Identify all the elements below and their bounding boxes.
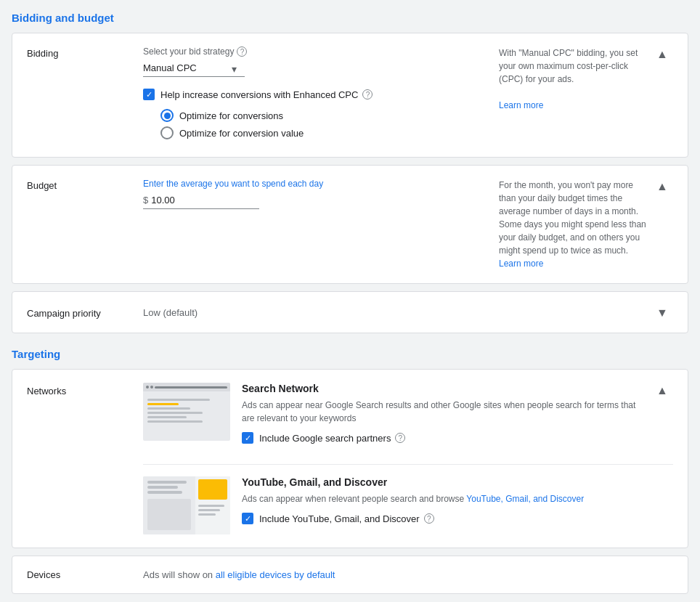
d-rline2	[198, 509, 220, 511]
enhanced-cpc-help-icon[interactable]: ?	[362, 89, 373, 99]
campaign-priority-card: Campaign priority Low (default) ▼	[12, 291, 688, 333]
display-thumbnail-grid	[143, 476, 230, 534]
display-network-desc: Ads can appear when relevant people sear…	[242, 492, 640, 505]
budget-learn-more-text: Learn more	[499, 259, 543, 269]
bidding-info: With "Manual CPC" bidding, you set your …	[484, 46, 651, 112]
include-display-row: ✓ Include YouTube, Gmail, and Discover ?	[242, 513, 640, 524]
network-separator	[143, 464, 673, 465]
search-partners-help-icon[interactable]: ?	[395, 433, 405, 443]
budget-learn-more[interactable]: Learn more	[499, 259, 543, 269]
bidding-content: Select your bid strategy ? Manual CPC ▾ …	[143, 46, 484, 144]
include-display-label: Include YouTube, Gmail, and Discover	[259, 513, 420, 524]
networks-row: Networks	[12, 370, 688, 548]
budget-info: For the month, you won't pay more than y…	[484, 179, 651, 270]
networks-label: Networks	[27, 383, 143, 396]
bid-strategy-help-icon[interactable]: ?	[237, 46, 247, 57]
devices-value: Ads will show on all eligible devices by…	[143, 569, 335, 580]
enhanced-cpc-label: Help increase conversions with Enhanced …	[160, 89, 358, 100]
bid-strategy-select[interactable]: Manual CPC	[143, 61, 245, 77]
display-checkmark: ✓	[245, 515, 251, 523]
search-network-info: Search Network Ads can appear near Googl…	[242, 383, 640, 452]
bidding-budget-title: Bidding and budget	[12, 12, 688, 24]
include-search-partners-row: ✓ Include Google search partners ?	[242, 432, 640, 444]
networks-inner-row: Networks	[27, 383, 673, 534]
thumb-line-1	[147, 399, 210, 401]
bid-strategy-label: Select your bid strategy ?	[143, 46, 484, 57]
budget-input[interactable]	[151, 195, 224, 206]
bidding-card: Bidding Select your bid strategy ? Manua…	[12, 33, 688, 158]
thumb-line-2	[147, 407, 190, 410]
include-search-partners-label: Include Google search partners	[259, 433, 391, 444]
thumb-accent-line	[147, 403, 179, 405]
display-thumb-right	[195, 476, 230, 534]
enhanced-cpc-checkbox[interactable]: ✓	[143, 89, 155, 100]
search-network-chevron-up-icon: ▲	[656, 384, 668, 397]
search-network-name: Search Network	[242, 383, 640, 394]
budget-input-row: $	[143, 195, 259, 209]
bid-strategy-dropdown-row: Manual CPC ▾	[143, 61, 484, 77]
checkmark-icon: ✓	[146, 91, 152, 99]
bid-strategy-text: Select your bid strategy	[143, 46, 234, 57]
priority-expand-button[interactable]: ▼	[651, 305, 673, 320]
display-network-item: YouTube, Gmail, and Discover Ads can app…	[143, 476, 673, 534]
display-thumb-left	[143, 476, 195, 534]
radio-conversions-row: Optimize for conversions	[160, 109, 484, 122]
radio-conversions[interactable]	[160, 109, 174, 122]
networks-content: Search Network Ads can appear near Googl…	[143, 383, 673, 534]
devices-label: Devices	[27, 569, 143, 580]
radio-group: Optimize for conversions Optimize for co…	[160, 109, 484, 139]
devices-card: Devices Ads will show on all eligible de…	[12, 556, 688, 594]
d-line3	[147, 491, 182, 494]
d-rline1	[198, 505, 224, 507]
display-help-icon[interactable]: ?	[424, 513, 434, 524]
thumb-line-4	[147, 416, 187, 418]
radio-conversion-value-label: Optimize for conversion value	[179, 128, 304, 139]
search-network-toggle[interactable]: ▲	[651, 383, 673, 397]
bidding-collapse-button[interactable]: ▲	[651, 46, 673, 61]
bidding-label: Bidding	[27, 46, 143, 59]
include-display-checkbox[interactable]: ✓	[242, 513, 253, 524]
budget-row: Budget Enter the average you want to spe…	[12, 166, 688, 283]
budget-chevron-up-icon: ▲	[656, 180, 668, 193]
budget-content: Enter the average you want to spend each…	[143, 179, 484, 209]
enhanced-cpc-checkbox-row: ✓ Help increase conversions with Enhance…	[143, 89, 484, 100]
budget-card: Budget Enter the average you want to spe…	[12, 165, 688, 284]
search-network-desc-text: Ads can appear near Google Search result…	[242, 400, 635, 423]
networks-card: Networks	[12, 369, 688, 548]
search-partners-checkmark: ✓	[245, 434, 251, 442]
display-network-desc-text: Ads can appear when relevant people sear…	[242, 494, 584, 504]
bidding-chevron-up-icon: ▲	[656, 48, 668, 61]
thumb-lines	[143, 396, 230, 426]
campaign-priority-content: Low (default)	[143, 307, 651, 318]
currency-symbol: $	[143, 195, 148, 206]
radio-conversion-value-row: Optimize for conversion value	[160, 126, 484, 139]
radio-conversions-label: Optimize for conversions	[179, 110, 283, 121]
include-search-partners-checkbox[interactable]: ✓	[242, 432, 253, 444]
thumb-dot-1	[146, 386, 149, 389]
d-accent-rect	[198, 479, 227, 500]
radio-conversion-value[interactable]	[160, 126, 174, 139]
campaign-priority-label: Campaign priority	[27, 306, 143, 319]
thumb-dot-2	[150, 386, 153, 389]
d-rect	[147, 499, 191, 530]
search-network-thumbnail	[143, 383, 230, 441]
devices-plain-text: Ads will show on	[143, 569, 216, 580]
budget-info-text: For the month, you won't pay more than y…	[499, 180, 646, 256]
bidding-row: Bidding Select your bid strategy ? Manua…	[12, 33, 688, 157]
priority-chevron-down-icon: ▼	[656, 306, 668, 320]
display-network-name: YouTube, Gmail, and Discover	[242, 476, 640, 488]
bidding-info-text: With "Manual CPC" bidding, you set your …	[499, 48, 638, 84]
d-line2	[147, 486, 178, 489]
budget-prompt: Enter the average you want to spend each…	[143, 179, 484, 189]
budget-collapse-button[interactable]: ▲	[651, 179, 673, 193]
devices-link[interactable]: all eligible devices by default	[216, 569, 335, 580]
thumb-line-3	[147, 412, 203, 414]
bidding-learn-more[interactable]: Learn more	[499, 100, 543, 110]
display-network-thumbnail	[143, 476, 230, 534]
thumb-line-5	[147, 420, 203, 423]
campaign-priority-row: Campaign priority Low (default) ▼	[12, 292, 688, 333]
search-network-desc: Ads can appear near Google Search result…	[242, 399, 640, 425]
search-network-item: Search Network Ads can appear near Googl…	[143, 383, 673, 464]
display-network-info: YouTube, Gmail, and Discover Ads can app…	[242, 476, 640, 533]
d-line1	[147, 481, 187, 484]
